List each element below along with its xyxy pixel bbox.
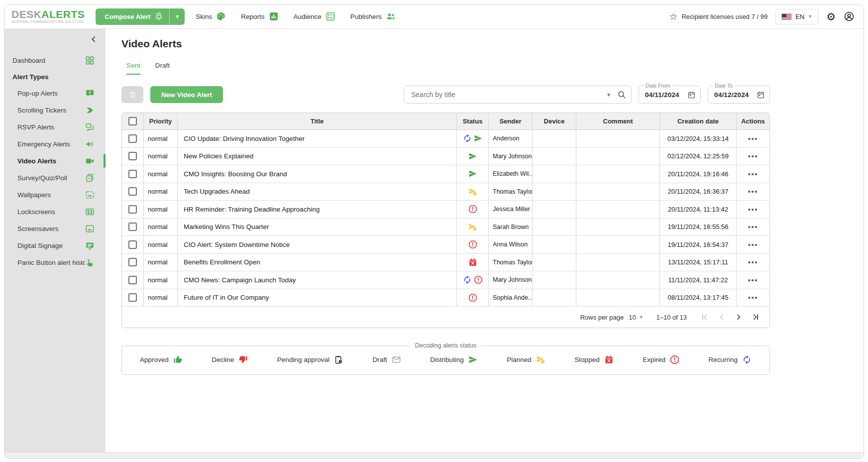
sidebar-item-label: Digital Signage xyxy=(17,242,85,249)
sidebar-item-wallpapers[interactable]: Wallpapers xyxy=(4,186,106,203)
sidebar-collapse-button[interactable] xyxy=(89,34,99,44)
legend-item-distributing: Distributing xyxy=(430,355,478,364)
status-draft-icon xyxy=(392,355,401,364)
search-box: ▼ xyxy=(404,86,632,104)
palette-icon xyxy=(216,11,226,21)
status-distributing-icon xyxy=(468,152,477,161)
legend-item-planned: Planned xyxy=(507,355,545,364)
row-status xyxy=(457,236,489,253)
row-status xyxy=(457,271,489,289)
bottom-strip xyxy=(4,452,864,459)
account-icon[interactable] xyxy=(844,11,855,22)
first-page-button[interactable] xyxy=(700,312,710,322)
status-planned-icon xyxy=(468,223,477,231)
language-label: EN xyxy=(795,13,804,20)
delete-button[interactable] xyxy=(121,86,143,103)
legend-item-pending: Pending approval xyxy=(277,355,343,364)
row-actions-button[interactable]: ••• xyxy=(746,169,760,179)
sidebar-item-digital-signage[interactable]: Digital Signage xyxy=(4,237,106,254)
sidebar-item-label: Wallpapers xyxy=(17,191,85,199)
date-to-field[interactable]: Date To 04/12/2024 xyxy=(708,86,770,104)
sidebar-item-rsvp-alerts[interactable]: RSVP Alerts xyxy=(4,118,106,135)
row-priority: normal xyxy=(144,219,178,236)
row-actions-button[interactable]: ••• xyxy=(746,257,760,267)
row-device xyxy=(533,219,576,236)
last-page-button[interactable] xyxy=(751,312,760,322)
next-page-button[interactable] xyxy=(734,312,744,322)
row-sender: Mary Johnson xyxy=(489,271,533,289)
page-title: Video Alerts xyxy=(121,38,770,50)
nav-item-audience[interactable]: Audience xyxy=(294,11,335,21)
legend-item-draft: Draft xyxy=(372,355,401,364)
row-checkbox[interactable] xyxy=(128,293,137,302)
sidebar-item-video-alerts[interactable]: Video Alerts xyxy=(4,152,106,169)
language-selector[interactable]: EN ▼ xyxy=(775,9,818,24)
status-distributing-icon xyxy=(468,169,477,178)
previous-page-button[interactable] xyxy=(717,312,727,322)
search-input[interactable] xyxy=(411,91,606,99)
tab-draft[interactable]: Draft xyxy=(155,62,170,75)
row-checkbox[interactable] xyxy=(128,134,137,143)
tab-sent[interactable]: Sent xyxy=(126,62,140,75)
status-approved-icon xyxy=(173,355,183,364)
sidebar-item-panic-button-alert-history[interactable]: Panic Button alert history xyxy=(4,254,106,271)
row-actions-button[interactable]: ••• xyxy=(746,151,760,161)
status-pending-icon xyxy=(334,355,343,364)
row-checkbox[interactable] xyxy=(128,276,137,284)
compose-alert-dropdown-button[interactable]: ▼ xyxy=(169,8,185,25)
row-actions-button[interactable]: ••• xyxy=(746,187,760,196)
new-video-alert-button[interactable]: New Video Alert xyxy=(150,86,223,103)
select-all-checkbox[interactable] xyxy=(128,117,137,125)
status-expired-icon xyxy=(468,293,477,302)
sidebar-item-lockscreens[interactable]: Lockscreens xyxy=(4,203,106,220)
sidebar-item-scrolling-tickers[interactable]: Scrolling Tickers xyxy=(4,102,106,118)
settings-gear-icon[interactable]: ⚙ xyxy=(826,11,836,22)
emergency-alerts-icon xyxy=(85,139,95,149)
sidebar-item-dashboard[interactable]: Dashboard xyxy=(4,52,106,69)
compose-alert-button[interactable]: Compose Alert xyxy=(96,8,169,25)
calendar-icon[interactable] xyxy=(757,91,765,99)
legend-item-label: Approved xyxy=(140,356,169,363)
row-checkbox[interactable] xyxy=(128,223,137,231)
row-sender: Anna Wilson xyxy=(489,236,533,253)
calendar-icon[interactable] xyxy=(687,91,696,99)
search-dropdown-icon[interactable]: ▼ xyxy=(606,92,611,98)
table-row: normalMarketing Wins This QuarterSarah B… xyxy=(122,219,769,236)
sidebar-item-survey-quiz-poll[interactable]: Survey/Quiz/Poll? xyxy=(4,169,106,186)
row-actions-button[interactable]: ••• xyxy=(746,240,760,249)
status-recurring-icon xyxy=(463,134,472,143)
row-checkbox[interactable] xyxy=(128,187,137,196)
sidebar-item-label: Scrolling Tickers xyxy=(17,107,85,114)
dashboard-grid-icon xyxy=(85,56,95,65)
deskalerts-app: DESKALERTS INTERNAL COMMUNICATIONS SOLUT… xyxy=(4,4,864,459)
sidebar-item-pop-up-alerts[interactable]: Pop-up Alerts xyxy=(4,85,106,102)
row-comment xyxy=(576,289,660,307)
sidebar-item-screensavers[interactable]: Screensavers xyxy=(4,220,106,237)
nav-item-skins[interactable]: Skins xyxy=(196,11,226,21)
rows-per-page-select[interactable]: 10 ▼ xyxy=(629,314,643,321)
nav-item-publishers[interactable]: Publishers xyxy=(350,11,396,21)
row-actions-button[interactable]: ••• xyxy=(746,134,760,143)
date-from-field[interactable]: Date From 04/11/2024 xyxy=(639,86,701,104)
row-actions-button[interactable]: ••• xyxy=(746,293,760,302)
video-alerts-icon xyxy=(85,156,95,166)
legend-item-label: Planned xyxy=(507,356,532,363)
row-title: HR Reminder: Training Deadline Approachi… xyxy=(178,201,457,218)
row-actions-button[interactable]: ••• xyxy=(746,205,760,214)
row-title: Tech Upgrades Ahead xyxy=(178,183,457,201)
row-checkbox[interactable] xyxy=(128,258,137,266)
svg-text:?: ? xyxy=(88,177,90,181)
sidebar-item-emergency-alerts[interactable]: Emergency Alerts xyxy=(4,135,106,152)
row-checkbox[interactable] xyxy=(128,152,137,160)
row-creation-date: 08/11/2024, 13:17:45 xyxy=(660,289,737,307)
row-checkbox[interactable] xyxy=(128,240,137,249)
row-actions-button[interactable]: ••• xyxy=(746,275,760,285)
row-actions-button[interactable]: ••• xyxy=(746,222,760,231)
search-icon[interactable] xyxy=(617,90,626,99)
row-checkbox[interactable] xyxy=(128,170,137,178)
row-checkbox[interactable] xyxy=(128,205,137,214)
row-title: CIO Update: Driving Innovation Together xyxy=(178,130,457,147)
nav-item-reports[interactable]: Reports xyxy=(241,11,278,21)
toolbar: New Video Alert ▼ Date From 04/11/2024 D… xyxy=(121,86,770,104)
legend-item-stopped: Stopped xyxy=(574,355,613,364)
